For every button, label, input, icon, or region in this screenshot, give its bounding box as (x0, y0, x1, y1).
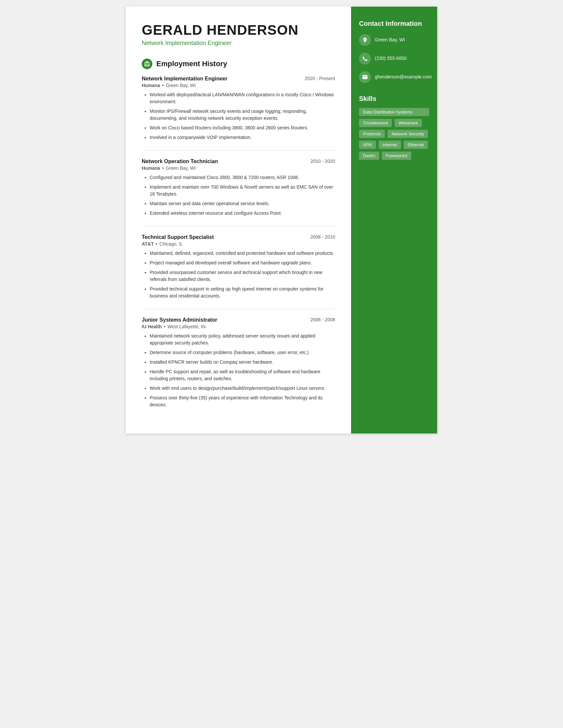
list-item: Provided unsurpassed customer service an… (150, 269, 335, 283)
job-header: Network Implementation Engineer2020 - Pr… (142, 76, 335, 82)
skill-tag: Troubleshoot (359, 119, 392, 127)
skill-tag: Dwdm (359, 152, 379, 160)
skill-tag: Wireshark (395, 119, 422, 127)
list-item: Determine source of computer problems (h… (150, 349, 335, 356)
job-dates: 2010 - 2020 (310, 159, 335, 164)
contact-email: ghenderson@example.com (359, 71, 429, 83)
list-item: Involved in a companywide VOIP implement… (150, 134, 335, 141)
job-block: Junior Systems Administrator2006 - 2008I… (142, 317, 335, 408)
contact-section-title: Contact Information (359, 20, 429, 27)
contact-phone: (230) 555-6850 (359, 53, 429, 65)
skills-tags-container: Data Distribution SystemsTroubleshootWir… (359, 108, 429, 160)
list-item: Worked with deployed/tactical LAN/MAN/WA… (150, 91, 335, 105)
job-header: Network Operation Technician2010 - 2020 (142, 159, 335, 164)
jobs-list: Network Implementation Engineer2020 - Pr… (142, 76, 335, 408)
job-block: Technical Support Specialist2008 - 2010A… (142, 234, 335, 299)
location-text: Green Bay, WI (375, 37, 405, 43)
location-icon (359, 34, 371, 46)
list-item: Work with end users to design/purchase/b… (150, 385, 335, 392)
job-bullets: Worked with deployed/tactical LAN/MAN/WA… (142, 91, 335, 141)
job-title: Junior Systems Administrator (142, 317, 217, 323)
job-block: Network Implementation Engineer2020 - Pr… (142, 76, 335, 141)
list-item: Monitor IPS/Firewall network security ev… (150, 108, 335, 122)
phone-text: (230) 555-6850 (375, 55, 407, 62)
list-item: Installed KPNCR server builds on Compaq … (150, 359, 335, 366)
list-item: Maintained network security policy, addr… (150, 333, 335, 346)
job-company: AT&T•Chicago, IL (142, 241, 335, 247)
job-block: Network Operation Technician2010 - 2020H… (142, 159, 335, 217)
job-bullets: Maintained network security policy, addr… (142, 333, 335, 408)
email-text: ghenderson@example.com (375, 74, 432, 80)
phone-icon (359, 53, 371, 65)
skill-tag: Network Security (388, 130, 428, 138)
job-header: Junior Systems Administrator2006 - 2008 (142, 317, 335, 323)
skill-tag: Protocols (359, 130, 385, 138)
job-title: Technical Support Specialist (142, 234, 214, 240)
job-header: Technical Support Specialist2008 - 2010 (142, 234, 335, 240)
job-dates: 2006 - 2008 (310, 317, 335, 322)
main-content: GERALD HENDERSON Network Implementation … (126, 7, 351, 433)
skill-tag: Internet (379, 141, 401, 149)
list-item: Extended wireless internet resource and … (150, 210, 335, 217)
list-item: Project managed and developed overall so… (150, 259, 335, 266)
list-item: Maintained, defined, organized, controll… (150, 250, 335, 257)
list-item: Maintain server and data center operatio… (150, 200, 335, 207)
list-item: Implement and maintain over 700 Windows … (150, 184, 335, 198)
section-divider (142, 226, 335, 226)
contact-location: Green Bay, WI (359, 34, 429, 46)
job-company: Humana•Green Bay, WI (142, 165, 335, 171)
list-item: Provided technical support in setting up… (150, 286, 335, 299)
job-bullets: Maintained, defined, organized, controll… (142, 250, 335, 299)
skill-tag: Powerpoint (382, 152, 411, 160)
list-item: Possess over thirty-five (35) years of e… (150, 394, 335, 408)
sidebar: Contact Information Green Bay, WI (230) … (351, 7, 437, 433)
job-company: Humana•Green Bay, WI (142, 83, 335, 88)
resume-container: GERALD HENDERSON Network Implementation … (126, 7, 437, 433)
candidate-name: GERALD HENDERSON (142, 23, 335, 38)
section-divider (142, 150, 335, 151)
job-bullets: Configured and maintained Cisco 2800, 38… (142, 174, 335, 217)
skill-tag: Ethernet (404, 141, 428, 149)
skills-section-title: Skills (359, 95, 429, 103)
list-item: Handle PC support and repair, as well as… (150, 368, 335, 382)
candidate-title: Network Implementation Engineer (142, 40, 335, 47)
section-divider (142, 309, 335, 309)
list-item: Work on Cisco based Routers including 38… (150, 124, 335, 131)
email-icon (359, 71, 371, 83)
job-dates: 2020 - Present (305, 76, 335, 81)
list-item: Configured and maintained Cisco 2800, 38… (150, 174, 335, 181)
job-dates: 2008 - 2010 (310, 234, 335, 240)
job-company: IU Health•West Lafayette, IN (142, 324, 335, 329)
skill-tag: VPN (359, 141, 376, 149)
skill-tag: Data Distribution Systems (359, 108, 429, 116)
employment-icon (142, 59, 152, 69)
employment-section-header: Employment History (142, 59, 335, 69)
job-title: Network Implementation Engineer (142, 76, 227, 82)
skills-section: Skills Data Distribution SystemsTroubles… (359, 95, 429, 160)
employment-section-title: Employment History (156, 60, 227, 68)
job-title: Network Operation Technician (142, 159, 218, 164)
